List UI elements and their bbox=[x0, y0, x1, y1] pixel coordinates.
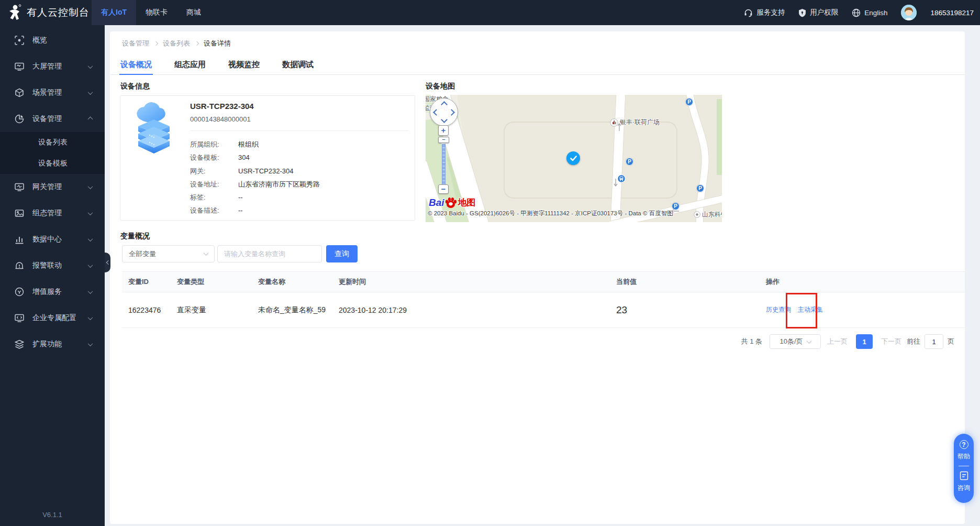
sidebar: 概览 大屏管理 场景管理 设备管理 bbox=[0, 25, 105, 526]
sidebar-item-scene-mgmt[interactable]: 场景管理 bbox=[0, 80, 105, 106]
page-unit-label: 页 bbox=[948, 337, 954, 346]
pan-left-icon[interactable] bbox=[433, 109, 440, 116]
topnav-usr-iot[interactable]: 有人IoT bbox=[92, 0, 136, 25]
tab-data-debug[interactable]: 数据调试 bbox=[281, 58, 315, 74]
language-switch[interactable]: English bbox=[852, 8, 887, 17]
cell-current-value: 23 bbox=[616, 304, 766, 316]
cube-icon bbox=[14, 88, 25, 97]
parking-icon: P bbox=[696, 184, 704, 192]
query-button[interactable]: 查询 bbox=[326, 245, 358, 262]
sidebar-item-gateway-mgmt[interactable]: 网关管理 bbox=[0, 174, 105, 200]
device-info-title: 设备信息 bbox=[120, 82, 150, 91]
pan-down-icon[interactable] bbox=[441, 116, 448, 123]
chevron-down-icon bbox=[88, 184, 93, 189]
map-zoom-slider-handle[interactable]: − bbox=[438, 137, 449, 143]
tab-scada-app[interactable]: 组态应用 bbox=[173, 58, 207, 74]
chevron-down-icon bbox=[88, 341, 93, 346]
pan-right-icon[interactable] bbox=[448, 109, 455, 116]
prev-page-button[interactable]: 上一页 bbox=[827, 337, 848, 346]
parking-icon: P bbox=[685, 98, 693, 106]
sidebar-item-screen-mgmt[interactable]: 大屏管理 bbox=[0, 53, 105, 80]
variables-title: 变量概况 bbox=[120, 232, 150, 241]
goto-page-input[interactable] bbox=[925, 334, 943, 349]
monitor-code-icon bbox=[14, 313, 25, 323]
tab-video-monitor[interactable]: 视频监控 bbox=[227, 58, 261, 74]
detail-tabs: 设备概况 组态应用 视频监控 数据调试 bbox=[110, 58, 965, 75]
map-pan-control[interactable] bbox=[430, 98, 458, 126]
poi-dot-icon bbox=[694, 211, 700, 218]
device-serial: 0000143848000001 bbox=[190, 115, 251, 123]
sidebar-item-extensions[interactable]: 扩展功能 bbox=[0, 331, 105, 357]
sidebar-collapse-handle[interactable] bbox=[105, 253, 110, 272]
consult-button[interactable]: 咨询 bbox=[957, 484, 970, 492]
service-support-link[interactable]: 服务支持 bbox=[744, 8, 785, 17]
chevron-down-icon bbox=[88, 315, 93, 320]
sidebar-item-device-mgmt[interactable]: 设备管理 bbox=[0, 106, 105, 132]
help-button[interactable]: 帮助 bbox=[957, 452, 970, 461]
variable-search-input[interactable] bbox=[217, 245, 322, 262]
app-version: V6.1.1 bbox=[0, 511, 105, 519]
account-phone[interactable]: 18653198217 bbox=[930, 9, 974, 17]
document-icon[interactable] bbox=[960, 471, 968, 480]
baidu-maps-logo: Bai 地图 bbox=[429, 196, 476, 209]
chevron-up-icon bbox=[88, 116, 93, 122]
question-icon[interactable]: ? bbox=[960, 440, 968, 449]
table-row: 16223476 直采变量 未命名_变量名称_59 2023-10-12 20:… bbox=[122, 292, 965, 328]
page-size-select[interactable]: 10条/页 bbox=[770, 334, 821, 349]
device-mgmt-submenu: 设备列表 设备模板 bbox=[0, 132, 105, 174]
sidebar-item-enterprise-config[interactable]: 企业专属配置 bbox=[0, 305, 105, 331]
cloud-server-icon bbox=[134, 102, 174, 155]
sidebar-item-overview[interactable]: 概览 bbox=[0, 27, 105, 53]
chevron-down-icon bbox=[88, 289, 93, 294]
map-zoom-slider-track[interactable] bbox=[442, 144, 446, 185]
topnav-mall[interactable]: 商城 bbox=[177, 0, 210, 25]
user-permission-link[interactable]: 用户权限 bbox=[798, 8, 838, 17]
table-header-row: 变量ID 变量类型 变量名称 更新时间 当前值 操作 bbox=[122, 271, 965, 292]
col-update-time: 更新时间 bbox=[339, 277, 616, 287]
chevron-down-icon bbox=[88, 210, 93, 215]
sidebar-item-device-template[interactable]: 设备模板 bbox=[0, 153, 105, 174]
map-attribution: © 2023 Baidu - GS(2021)6026号 - 甲测资字11111… bbox=[428, 210, 673, 217]
col-variable-id: 变量ID bbox=[122, 277, 177, 287]
tab-device-overview[interactable]: 设备概况 bbox=[119, 58, 153, 74]
sidebar-item-scada-mgmt[interactable]: 组态管理 bbox=[0, 200, 105, 226]
chevron-down-icon bbox=[88, 90, 93, 95]
layers-icon bbox=[14, 339, 25, 349]
breadcrumb: 设备管理 设备列表 设备详情 bbox=[122, 39, 231, 48]
breadcrumb-device-list[interactable]: 设备列表 bbox=[163, 39, 190, 48]
current-page-button[interactable]: 1 bbox=[856, 334, 873, 349]
sidebar-item-alarm-linkage[interactable]: 报警联动 bbox=[0, 253, 105, 279]
pan-up-icon[interactable] bbox=[441, 101, 448, 108]
device-map[interactable]: 国家粮食 监测中心 银丰·联荷广场 P P P P bbox=[426, 95, 722, 222]
device-name: USR-TCP232-304 bbox=[190, 102, 254, 111]
chevron-down-icon bbox=[88, 63, 93, 69]
top-nav: 有人IoT 物联卡 商城 bbox=[92, 0, 210, 25]
device-fields: 所属组织:根组织 设备模板:304 网关:USR-TCP232-304 设备地址… bbox=[190, 138, 320, 217]
user-avatar[interactable] bbox=[901, 5, 917, 20]
headset-icon bbox=[744, 8, 753, 17]
floating-help-widget: ? 帮助 咨询 bbox=[954, 434, 974, 503]
topnav-iot-card[interactable]: 物联卡 bbox=[136, 0, 177, 25]
map-zoom-out-button[interactable]: − bbox=[438, 184, 449, 194]
sidebar-item-data-center[interactable]: 数据中心 bbox=[0, 226, 105, 253]
next-page-button[interactable]: 下一页 bbox=[881, 337, 901, 346]
device-field-description: 设备描述:-- bbox=[190, 204, 320, 217]
device-field-template: 设备模板:304 bbox=[190, 151, 320, 164]
divider bbox=[190, 130, 409, 131]
col-variable-type: 变量类型 bbox=[177, 277, 258, 287]
sidebar-item-value-added[interactable]: 增值服务 bbox=[0, 279, 105, 305]
sidebar-item-device-list[interactable]: 设备列表 bbox=[0, 132, 105, 153]
col-current-value: 当前值 bbox=[616, 277, 766, 287]
breadcrumb-device-mgmt[interactable]: 设备管理 bbox=[122, 39, 149, 48]
pagination: 共 1 条 10条/页 上一页 1 下一页 前往 页 bbox=[741, 334, 954, 349]
device-location-marker[interactable] bbox=[566, 151, 580, 165]
variable-type-select[interactable]: 全部变量 bbox=[122, 245, 215, 262]
device-field-tags: 标签:-- bbox=[190, 191, 320, 204]
device-info-card: USR-TCP232-304 0000143848000001 所属组织:根组织… bbox=[120, 95, 415, 221]
top-header: 有人云控制台 有人IoT 物联卡 商城 服务支持 bbox=[0, 0, 980, 25]
baidu-paw-icon bbox=[444, 197, 457, 209]
map-zoom-in-button[interactable]: + bbox=[438, 125, 449, 136]
variables-table: 变量ID 变量类型 变量名称 更新时间 当前值 操作 16223476 直采变量… bbox=[122, 271, 965, 328]
clock-icon bbox=[14, 287, 25, 297]
usr-logo-icon bbox=[7, 4, 21, 21]
